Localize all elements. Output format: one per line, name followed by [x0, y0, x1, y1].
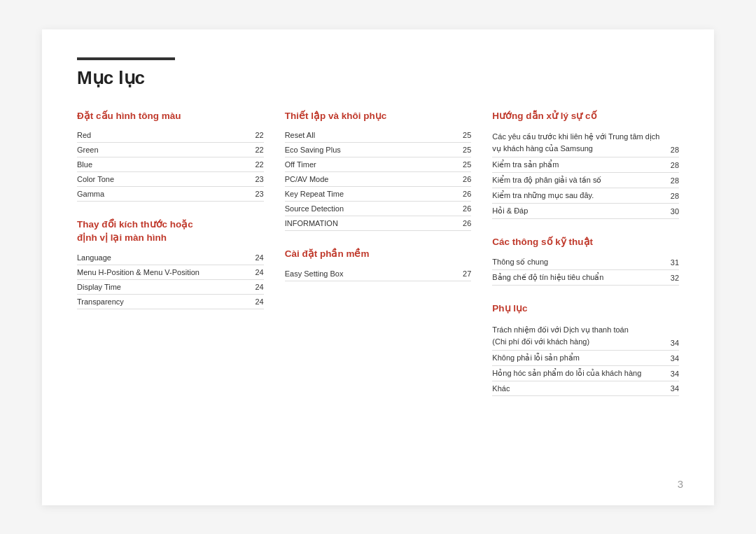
- list-item: Green 22: [77, 143, 264, 157]
- section-title-6: Các thông số kỹ thuật: [492, 236, 679, 249]
- toc-list-5: Các yêu cầu trước khi liên hệ với Trung …: [492, 128, 679, 219]
- list-item: Kiểm tra độ phân giải và tần số 28: [492, 173, 679, 188]
- list-item: Red 22: [77, 128, 264, 143]
- list-item: Reset All 25: [285, 128, 472, 143]
- section-title-7: Phụ lục: [492, 302, 679, 316]
- list-item: Gamma 23: [77, 187, 264, 202]
- section-cac-thong-so: Các thông số kỹ thuật Thông số chung 31 …: [492, 236, 679, 286]
- list-item: Transparency 24: [77, 295, 264, 309]
- section-dat-cau-hinh: Đặt cấu hình tông màu Red 22 Green 22 Bl…: [77, 110, 264, 202]
- list-item: Bảng chế độ tín hiệu tiêu chuẩn 32: [492, 270, 679, 286]
- column-3: Hướng dẫn xử lý sự cố Các yêu cầu trước …: [492, 110, 679, 414]
- list-item: Kiểm tra sản phẩm 28: [492, 157, 679, 173]
- list-item: Key Repeat Time 26: [285, 187, 472, 202]
- toc-list-4: Easy Setting Box 27: [285, 267, 472, 281]
- list-item: INFORMATION 26: [285, 216, 472, 231]
- section-phu-luc: Phụ lục Trách nhiệm đối với Dịch vụ than…: [492, 302, 679, 396]
- toc-list-2: Language 24 Menu H-Position & Menu V-Pos…: [77, 251, 264, 309]
- list-item: Không phải lỗi sản phẩm 34: [492, 351, 679, 366]
- section-thay-doi-kich-thuoc: Thay đổi kích thước hoặcđịnh vị lại màn …: [77, 218, 264, 309]
- page-number: 3: [678, 478, 683, 490]
- list-item: Menu H-Position & Menu V-Position 24: [77, 265, 264, 280]
- list-item: Display Time 24: [77, 280, 264, 295]
- page-title: Mục lục: [77, 67, 679, 89]
- list-item: Easy Setting Box 27: [285, 267, 472, 281]
- column-2: Thiết lập và khôi phục Reset All 25 Eco …: [285, 110, 493, 414]
- section-cai-dat-phan-mem: Cài đặt phần mềm Easy Setting Box 27: [285, 248, 472, 281]
- list-item: Khác 34: [492, 381, 679, 396]
- section-title-4: Cài đặt phần mềm: [285, 248, 472, 261]
- section-title-5: Hướng dẫn xử lý sự cố: [492, 110, 679, 123]
- list-item: Off Timer 25: [285, 157, 472, 172]
- list-item: Hỏng hóc sản phẩm do lỗi của khách hàng …: [492, 366, 679, 381]
- list-item: Hỏi & Đáp 30: [492, 204, 679, 219]
- section-title-3: Thiết lập và khôi phục: [285, 110, 472, 123]
- section-thiet-lap: Thiết lập và khôi phục Reset All 25 Eco …: [285, 110, 472, 232]
- list-item: Trách nhiệm đối với Dịch vụ thanh toán(C…: [492, 321, 679, 351]
- list-item: Language 24: [77, 251, 264, 265]
- toc-list-6: Thông số chung 31 Bảng chế độ tín hiệu t…: [492, 255, 679, 286]
- title-bar: [77, 57, 175, 60]
- list-item: Blue 22: [77, 157, 264, 172]
- section-huong-dan: Hướng dẫn xử lý sự cố Các yêu cầu trước …: [492, 110, 679, 220]
- toc-list-3: Reset All 25 Eco Saving Plus 25 Off Time…: [285, 128, 472, 231]
- list-item: Color Tone 23: [77, 172, 264, 187]
- list-item: Các yêu cầu trước khi liên hệ với Trung …: [492, 128, 679, 157]
- section-title-1: Đặt cấu hình tông màu: [77, 110, 264, 123]
- list-item: Source Detection 26: [285, 202, 472, 216]
- list-item: Eco Saving Plus 25: [285, 143, 472, 157]
- list-item: PC/AV Mode 26: [285, 172, 472, 187]
- section-title-2: Thay đổi kích thước hoặcđịnh vị lại màn …: [77, 218, 264, 245]
- list-item: Thông số chung 31: [492, 255, 679, 270]
- column-1: Đặt cấu hình tông màu Red 22 Green 22 Bl…: [77, 110, 285, 414]
- toc-list-1: Red 22 Green 22 Blue 22 Color Tone 23: [77, 128, 264, 202]
- toc-list-7: Trách nhiệm đối với Dịch vụ thanh toán(C…: [492, 321, 679, 396]
- page: Mục lục Đặt cấu hình tông màu Red 22 Gre…: [42, 29, 714, 505]
- list-item: Kiểm tra những mục sau đây. 28: [492, 188, 679, 204]
